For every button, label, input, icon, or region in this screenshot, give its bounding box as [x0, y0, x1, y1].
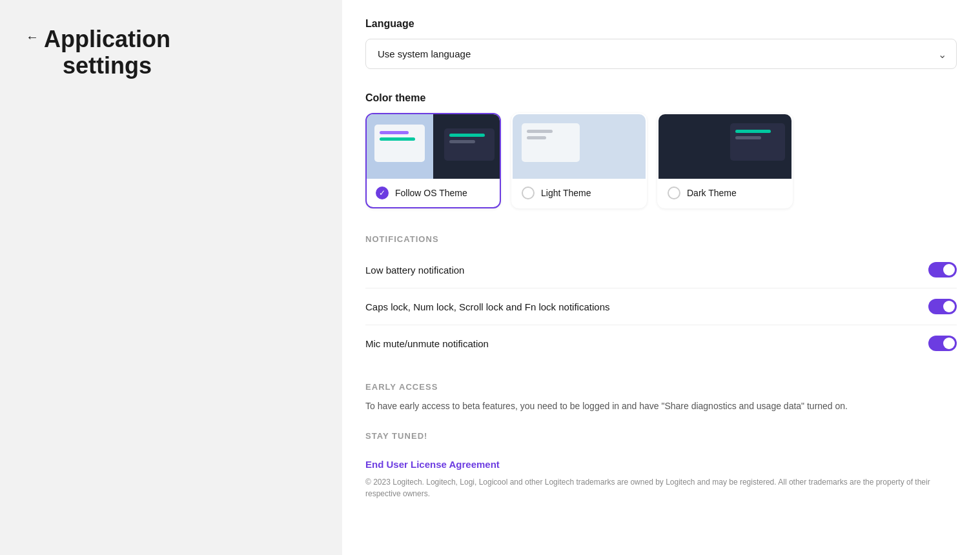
- early-access-section: Early Access To have early access to bet…: [365, 382, 957, 413]
- theme-card-follow-os[interactable]: ✓ Follow OS Theme: [365, 113, 501, 208]
- theme-cards: ✓ Follow OS Theme Light Theme: [365, 113, 957, 208]
- stay-tuned-label: Stay Tuned!: [365, 431, 957, 441]
- early-access-label: Early Access: [365, 382, 957, 392]
- theme-label-row-dark: Dark Theme: [658, 179, 791, 207]
- light-card-inner: [522, 123, 580, 162]
- back-button[interactable]: ← Application settings: [26, 26, 170, 79]
- early-access-description: To have early access to beta features, y…: [365, 399, 957, 413]
- card-line-teal-dark: [449, 134, 485, 137]
- radio-follow-os: ✓: [376, 187, 389, 199]
- card-line-gray-dark: [449, 140, 475, 143]
- language-label: Language: [365, 18, 957, 30]
- left-panel: ← Application settings: [0, 0, 342, 555]
- dark-card-inner: [730, 123, 785, 161]
- radio-light: [522, 187, 535, 199]
- card-line-teal: [380, 137, 415, 141]
- theme-preview-dark: [658, 114, 791, 179]
- notification-label-mic: Mic mute/unmute notification: [365, 338, 928, 349]
- toggle-knob-mic: [943, 338, 955, 349]
- card-line-gray2: [527, 136, 546, 139]
- card-line-gray: [527, 130, 553, 133]
- theme-name-light: Light Theme: [541, 188, 591, 198]
- toggle-knob-battery: [943, 264, 955, 276]
- theme-card-light[interactable]: Light Theme: [511, 113, 647, 208]
- check-icon: ✓: [379, 188, 385, 197]
- theme-card-dark[interactable]: Dark Theme: [657, 113, 793, 208]
- card-line-gray-dark2: [735, 136, 761, 139]
- eula-link[interactable]: End User License Agreement: [365, 459, 500, 470]
- eula-section: End User License Agreement © 2023 Logite…: [365, 459, 957, 500]
- os-light-card: [374, 125, 425, 162]
- radio-dark: [668, 187, 680, 199]
- language-select[interactable]: Use system language: [365, 39, 957, 69]
- right-panel: Language Use system language ⌄ Color the…: [342, 0, 980, 555]
- stay-tuned-section: Stay Tuned!: [365, 431, 957, 441]
- theme-preview-follow-os: [367, 114, 500, 179]
- notification-row-mic: Mic mute/unmute notification: [365, 325, 957, 361]
- theme-name-follow-os: Follow OS Theme: [395, 188, 467, 198]
- notification-row-battery: Low battery notification: [365, 252, 957, 288]
- toggle-mic[interactable]: [928, 336, 957, 351]
- page-title: Application settings: [44, 26, 170, 79]
- toggle-knob-lock: [943, 301, 955, 312]
- card-line-teal2: [735, 130, 771, 133]
- color-theme-label: Color theme: [365, 92, 957, 104]
- color-theme-section: Color theme: [365, 92, 957, 208]
- theme-name-dark: Dark Theme: [687, 188, 737, 198]
- notification-row-lock: Caps lock, Num lock, Scroll lock and Fn …: [365, 288, 957, 325]
- language-dropdown-wrapper: Use system language ⌄: [365, 39, 957, 69]
- notification-label-battery: Low battery notification: [365, 265, 928, 276]
- notifications-section: Notifications Low battery notification C…: [365, 234, 957, 361]
- copyright-text: © 2023 Logitech. Logitech, Logi, Logicoo…: [365, 476, 957, 500]
- theme-label-row-os: ✓ Follow OS Theme: [367, 179, 500, 207]
- back-arrow-icon: ←: [26, 30, 39, 45]
- language-section: Language Use system language ⌄: [365, 18, 957, 69]
- theme-label-row-light: Light Theme: [513, 179, 646, 207]
- notifications-section-label: Notifications: [365, 234, 957, 244]
- toggle-lock[interactable]: [928, 299, 957, 314]
- os-dark-card: [444, 128, 495, 161]
- toggle-battery[interactable]: [928, 262, 957, 278]
- theme-preview-light: [513, 114, 646, 179]
- notification-label-lock: Caps lock, Num lock, Scroll lock and Fn …: [365, 301, 928, 312]
- card-line-purple: [380, 131, 409, 134]
